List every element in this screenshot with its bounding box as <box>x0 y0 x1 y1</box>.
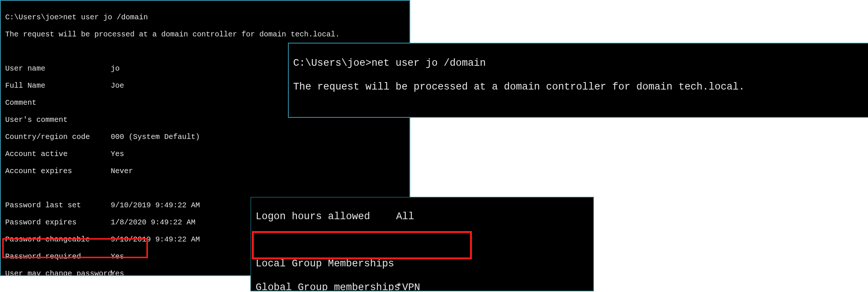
notice: The request will be processed at a domai… <box>293 81 864 93</box>
field-value: Never <box>111 167 133 175</box>
terminal-zoom-top[interactable]: C:\Users\joe>net user jo /domain The req… <box>288 43 868 118</box>
field-value: 9/10/2019 9:49:22 AM <box>111 201 200 210</box>
command: net user jo /domain <box>63 13 148 22</box>
field-label: Account expires <box>5 167 111 175</box>
field-value: 9/10/2019 9:49:22 AM <box>111 235 200 244</box>
field-label: User may change password <box>5 269 111 276</box>
command: net user jo /domain <box>372 58 486 69</box>
prompt: C:\Users\joe> <box>5 13 63 22</box>
terminal-zoom-top-output: C:\Users\joe>net user jo /domain The req… <box>289 43 868 118</box>
field-value: 000 (System Default) <box>111 133 200 141</box>
field-label: Password required <box>5 252 111 261</box>
field-value: Joe <box>111 81 124 90</box>
field-value: All <box>396 211 414 223</box>
local-group-memberships: Local Group Memberships <box>256 258 589 270</box>
field-label: Comment <box>5 98 111 107</box>
field-label: User's comment <box>5 116 111 124</box>
field-label: Logon hours allowed <box>256 211 396 223</box>
field-value: Yes <box>111 252 124 261</box>
field-label: Full Name <box>5 81 111 90</box>
global-group-value: *VPN <box>396 282 420 291</box>
notice: The request will be processed at a domai… <box>5 30 405 39</box>
terminal-zoom-bottom-output: Logon hours allowedAll Local Group Membe… <box>251 198 593 291</box>
field-label: User name <box>5 64 111 73</box>
field-label: Password expires <box>5 218 111 227</box>
field-label: Password changeable <box>5 235 111 244</box>
field-label: Password last set <box>5 201 111 210</box>
field-value: Yes <box>111 269 124 276</box>
field-value: jo <box>111 64 120 73</box>
prompt: C:\Users\joe> <box>293 58 372 69</box>
stage: C:\Users\joe>net user jo /domain The req… <box>0 0 868 292</box>
field-value: Yes <box>111 150 124 158</box>
field-label: Country/region code <box>5 133 111 141</box>
field-label: Account active <box>5 150 111 158</box>
global-group-label: Global Group memberships <box>256 282 396 291</box>
field-value: 1/8/2020 9:49:22 AM <box>111 218 195 227</box>
terminal-zoom-bottom[interactable]: Logon hours allowedAll Local Group Membe… <box>250 197 594 291</box>
